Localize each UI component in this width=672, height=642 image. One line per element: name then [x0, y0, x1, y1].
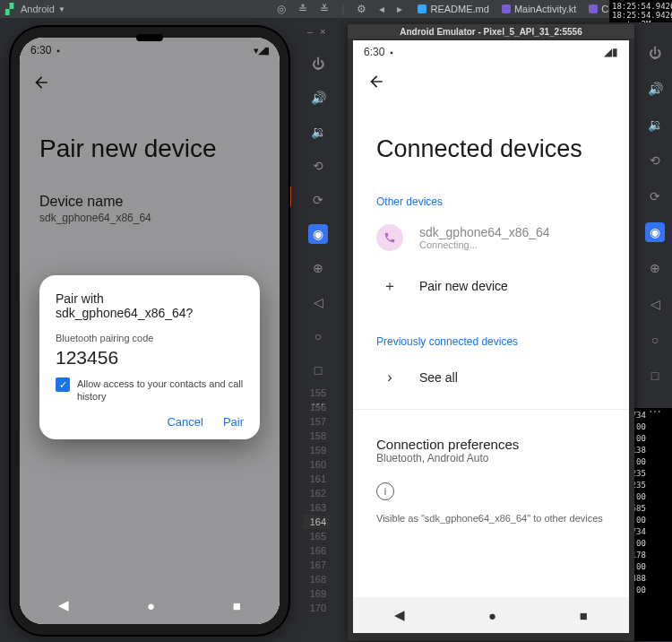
plus-icon: ＋: [376, 273, 403, 299]
other-devices-label: Other devices: [353, 170, 629, 213]
chevron-down-icon: ▼: [58, 5, 65, 13]
emulator-window: Android Emulator - Pixel_5_API_31_2:5556…: [348, 24, 634, 641]
dialog-title: Pair with sdk_gphone64_x86_64?: [56, 291, 244, 320]
device-notch: [136, 34, 163, 41]
more-icon[interactable]: ⋯: [308, 395, 328, 414]
overview-nav-icon[interactable]: □: [645, 366, 665, 386]
chevron-left-icon[interactable]: ◂: [376, 3, 387, 15]
line-number: 164: [303, 515, 330, 529]
volume-up-icon[interactable]: 🔊: [645, 79, 665, 99]
nav-back-icon[interactable]: ◀: [58, 597, 69, 613]
notification-icon-2: ▪: [390, 48, 393, 57]
arrow-back-icon: [367, 73, 385, 91]
status-time-2: 6:30: [364, 46, 384, 58]
conn-pref-title: Connection preferences: [376, 437, 606, 452]
phone-icon: [376, 224, 403, 251]
volume-down-icon[interactable]: 🔉: [645, 115, 665, 134]
emulator-tools-2: ⏻ 🔊 🔉 ⟲ ⟳ ◉ ⊕ ◁ ○ □ ⋯: [642, 43, 668, 421]
rotate-left-icon[interactable]: ⟲: [645, 151, 665, 170]
file-type-icon: [502, 4, 511, 13]
see-all-row[interactable]: › See all: [353, 353, 629, 402]
divider: |: [339, 3, 347, 15]
line-number: 158: [303, 429, 330, 443]
more-icon[interactable]: ⋯: [645, 402, 665, 421]
line-number: 165: [303, 529, 330, 543]
nav-home-icon-2[interactable]: ●: [488, 608, 496, 623]
nav-recents-icon[interactable]: ■: [233, 598, 241, 613]
rotate-right-icon[interactable]: ⟳: [645, 187, 665, 206]
pairing-code: 123456: [56, 347, 244, 369]
nav-bar-2: ◀ ● ■: [353, 597, 629, 633]
line-number: 159: [303, 443, 330, 457]
line-number: 160: [303, 457, 330, 472]
volume-up-icon[interactable]: 🔊: [308, 88, 328, 108]
pairing-dialog: Pair with sdk_gphone64_x86_64? Bluetooth…: [39, 275, 260, 439]
info-icon: i: [376, 482, 394, 500]
device-row[interactable]: sdk_gphone64_x86_64 Connecting...: [353, 213, 629, 262]
stack-down-icon[interactable]: ≚: [317, 3, 332, 15]
emulator-title: Android Emulator - Pixel_5_API_31_2:5556: [348, 24, 634, 39]
line-number: 167: [303, 558, 330, 572]
file-type-icon: [589, 4, 598, 13]
chevron-right-icon[interactable]: ▸: [394, 3, 405, 15]
divider: [353, 409, 629, 410]
home-nav-icon[interactable]: ○: [645, 330, 665, 350]
tab-label: README.md: [430, 4, 488, 14]
stack-up-icon[interactable]: ≛: [296, 3, 310, 15]
zoom-in-icon[interactable]: ⊕: [308, 258, 328, 278]
nav-home-icon[interactable]: ●: [147, 598, 155, 613]
contacts-access-row[interactable]: ✓ Allow access to your contacts and call…: [56, 377, 244, 403]
volume-down-icon[interactable]: 🔉: [308, 122, 328, 142]
overview-nav-icon[interactable]: □: [308, 360, 328, 380]
file-type-icon: [418, 4, 426, 13]
target-icon[interactable]: ◎: [274, 3, 289, 15]
project-dropdown[interactable]: Android ▼: [21, 4, 65, 14]
pair-new-row[interactable]: ＋ Pair new device: [353, 262, 629, 310]
zoom-in-icon[interactable]: ⊕: [645, 258, 665, 278]
power-icon[interactable]: ⏻: [645, 43, 665, 63]
camera-icon[interactable]: ◉: [308, 224, 328, 244]
visibility-info: i Visible as "sdk_gphone64_x86_64" to ot…: [353, 466, 629, 540]
conn-pref-sub: Bluetooth, Android Auto: [376, 452, 606, 464]
status-signal-2: ◢▮: [604, 46, 618, 58]
rotate-right-icon[interactable]: ⟳: [308, 190, 328, 210]
power-icon[interactable]: ⏻: [308, 54, 328, 74]
minimize-button[interactable]: –: [307, 27, 316, 36]
android-logo: ▞: [5, 3, 13, 15]
connection-preferences-row[interactable]: Connection preferences Bluetooth, Androi…: [353, 417, 629, 466]
previously-connected-label: Previously connected devices: [353, 310, 629, 353]
see-all-label: See all: [419, 370, 458, 385]
nav-back-icon-2[interactable]: ◀: [394, 607, 405, 623]
home-nav-icon[interactable]: ○: [308, 326, 328, 346]
nav-recents-icon-2[interactable]: ■: [580, 608, 588, 623]
back-button-2[interactable]: [353, 64, 629, 100]
connected-devices-title: Connected devices: [353, 100, 629, 170]
back-nav-icon[interactable]: ◁: [308, 292, 328, 312]
terminal-top: 18:25:54.94262 18:25:54.9426 ze to 2M.: [609, 0, 672, 22]
back-nav-icon[interactable]: ◁: [645, 294, 665, 314]
line-number: 169: [303, 586, 330, 601]
rotate-left-icon[interactable]: ⟲: [308, 156, 328, 176]
device-status: Connecting...: [419, 239, 550, 250]
close-button[interactable]: ×: [320, 27, 329, 36]
pairing-code-label: Bluetooth pairing code: [56, 333, 244, 343]
line-number: 168: [303, 572, 330, 586]
line-number: 163: [303, 500, 330, 515]
status-bar-2: 6:30 ▪ ◢▮: [353, 40, 629, 64]
camera-icon[interactable]: ◉: [645, 222, 665, 242]
line-number: 170: [303, 601, 330, 615]
tab-label: MainActivity.kt: [514, 4, 576, 14]
line-number: 162: [303, 486, 330, 500]
cancel-button[interactable]: Cancel: [167, 415, 202, 429]
pair-button[interactable]: Pair: [223, 415, 244, 429]
ide-top-bar: ▞ Android ▼ ◎ ≛ ≚ | ⚙ ◂ ▸ README.mdMainA…: [0, 0, 672, 18]
emulator-screen: 6:30 ▪ ◢▮ Connected devices Other device…: [353, 40, 629, 633]
device-frame-1: 6:30 ▪ ▾◢▮ Pair new device Device name s…: [11, 27, 289, 635]
editor-tab[interactable]: README.md: [412, 2, 494, 16]
emulator-tools-1: – × ⏻ 🔊 🔉 ⟲ ⟳ ◉ ⊕ ◁ ○ □ ⋯: [305, 27, 332, 414]
editor-tab[interactable]: MainActivity.kt: [496, 2, 582, 16]
gear-icon[interactable]: ⚙: [354, 3, 369, 15]
editor-gutter: 1551561571581591601611621631641651661671…: [303, 386, 330, 615]
checkbox-checked-icon[interactable]: ✓: [56, 377, 70, 392]
visibility-text: Visible as "sdk_gphone64_x86_64" to othe…: [376, 513, 606, 524]
